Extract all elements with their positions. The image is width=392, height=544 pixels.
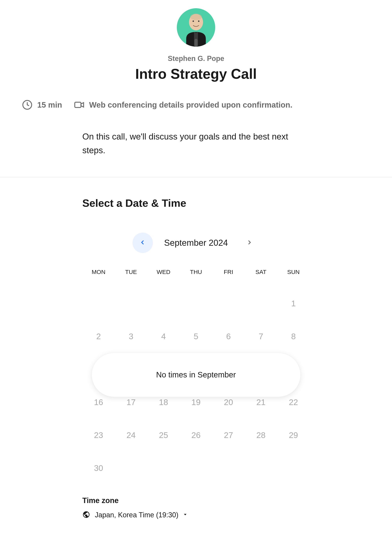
chevron-right-icon	[246, 239, 252, 246]
calendar-day: 5	[180, 320, 212, 353]
weekday-header: WED	[147, 269, 180, 287]
svg-rect-6	[75, 102, 81, 108]
next-month-button[interactable]	[239, 233, 260, 253]
calendar-day: 25	[147, 419, 180, 452]
svg-rect-4	[194, 39, 198, 47]
no-times-message: No times in September	[92, 353, 300, 397]
month-label: September 2024	[159, 238, 233, 248]
calendar-day: 1	[277, 287, 310, 320]
calendar-day: 30	[82, 452, 115, 485]
calendar-day: 4	[147, 320, 180, 353]
calendar-day: 2	[82, 320, 115, 353]
duration-text: 15 min	[37, 101, 62, 109]
calendar-day	[245, 452, 277, 485]
clock-icon	[22, 100, 33, 110]
location-text: Web conferencing details provided upon c…	[89, 101, 292, 109]
duration-meta: 15 min	[22, 100, 62, 110]
prev-month-button[interactable]	[132, 233, 153, 253]
calendar-day: 6	[212, 320, 245, 353]
chevron-left-icon	[140, 239, 146, 246]
weekday-header: THU	[180, 269, 212, 287]
calendar-day	[180, 452, 212, 485]
calendar-day: 23	[82, 419, 115, 452]
month-navigation: September 2024	[82, 233, 310, 253]
weekday-header: FRI	[212, 269, 245, 287]
calendar-day	[147, 287, 180, 320]
calendar-day: 8	[277, 320, 310, 353]
timezone-selector[interactable]: Japan, Korea Time (19:30)	[82, 511, 310, 519]
calendar-day	[212, 452, 245, 485]
host-name: Stephen G. Pope	[0, 54, 392, 63]
calendar-day: 24	[115, 419, 147, 452]
section-title: Select a Date & Time	[82, 197, 310, 209]
globe-icon	[82, 511, 90, 519]
timezone-value: Japan, Korea Time (19:30)	[95, 511, 178, 519]
calendar-day: 27	[212, 419, 245, 452]
calendar-day	[147, 452, 180, 485]
location-meta: Web conferencing details provided upon c…	[74, 100, 292, 110]
chevron-down-icon	[183, 512, 187, 518]
calendar-day	[180, 287, 212, 320]
meta-row: 15 min Web conferencing details provided…	[0, 100, 392, 110]
weekday-header: MON	[82, 269, 115, 287]
svg-point-1	[190, 14, 202, 20]
calendar-day: 26	[180, 419, 212, 452]
weekday-header: SUN	[277, 269, 310, 287]
calendar-day: 29	[277, 419, 310, 452]
event-description: On this call, we'll discuss your goals a…	[0, 130, 392, 157]
calendar-day	[245, 287, 277, 320]
video-icon	[74, 100, 84, 110]
calendar-day	[115, 452, 147, 485]
timezone-title: Time zone	[82, 496, 310, 505]
calendar-day	[115, 287, 147, 320]
calendar-day	[212, 287, 245, 320]
avatar	[177, 8, 215, 47]
svg-point-3	[198, 21, 200, 22]
calendar-day: 7	[245, 320, 277, 353]
weekday-header: SAT	[245, 269, 277, 287]
calendar-day	[82, 287, 115, 320]
event-title: Intro Strategy Call	[0, 66, 392, 82]
svg-point-2	[193, 21, 194, 22]
calendar-day: 28	[245, 419, 277, 452]
weekday-header: TUE	[115, 269, 147, 287]
calendar-day: 3	[115, 320, 147, 353]
calendar-day	[277, 452, 310, 485]
